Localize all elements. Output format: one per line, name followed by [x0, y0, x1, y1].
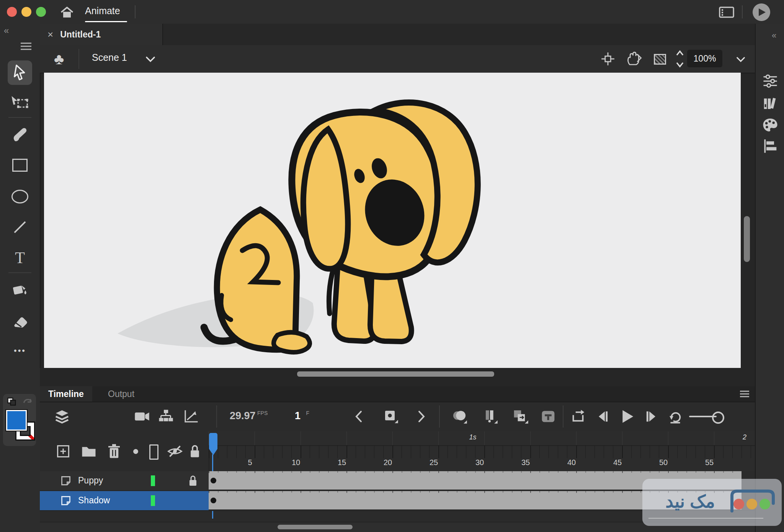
- center-stage-button[interactable]: [599, 51, 616, 67]
- main-area: × Untitled-1 ♣ Scene 1: [40, 24, 755, 532]
- step-forward-button[interactable]: [642, 408, 660, 425]
- scene-chevron-down-icon[interactable]: [144, 54, 157, 65]
- rectangle-tool[interactable]: [8, 153, 32, 177]
- onion-skin-outlines-button[interactable]: [481, 408, 499, 425]
- reset-colors-icon[interactable]: [21, 396, 33, 407]
- timeline-controls: 29.97 FPS 1 F: [40, 402, 755, 432]
- more-tools-button[interactable]: •••: [8, 344, 32, 357]
- timeline-zoom-slider-knob[interactable]: [712, 412, 724, 424]
- tab-animate[interactable]: Animate: [85, 5, 120, 16]
- ellipse-tool[interactable]: [8, 184, 32, 209]
- align-icon: [763, 138, 778, 154]
- outline-layers-toggle[interactable]: [149, 444, 158, 460]
- timeline-horizontal-scrollbar[interactable]: [278, 525, 353, 529]
- fps-display[interactable]: 29.97 FPS: [230, 410, 268, 422]
- collapse-tools-icon[interactable]: «: [4, 25, 8, 36]
- ruler-number: 55: [705, 458, 714, 467]
- layer-view-button[interactable]: [54, 408, 70, 425]
- properties-panel-button[interactable]: [762, 73, 779, 89]
- next-keyframe-button[interactable]: [413, 409, 430, 424]
- repeat-icon: [668, 409, 683, 424]
- text-tool[interactable]: T: [8, 246, 32, 270]
- home-icon: [59, 5, 75, 19]
- paint-bucket-tool[interactable]: [8, 278, 32, 302]
- test-movie-button[interactable]: [753, 3, 770, 21]
- tab-timeline[interactable]: Timeline: [40, 386, 92, 402]
- stage-vertical-scrollbar[interactable]: [744, 216, 750, 262]
- titlebar: Animate: [0, 0, 784, 24]
- zoom-level-input[interactable]: 100%: [687, 50, 722, 67]
- macos-zoom-button[interactable]: [36, 7, 46, 17]
- tab-output[interactable]: Output: [100, 386, 143, 402]
- swap-colors-icon[interactable]: [6, 396, 18, 407]
- controls-divider-1: [216, 405, 217, 428]
- play-button[interactable]: [618, 408, 637, 425]
- fill-color-swatch[interactable]: [6, 410, 27, 431]
- layer-row-left[interactable]: Puppy: [40, 471, 209, 491]
- trash-icon: [107, 444, 121, 459]
- delete-layer-button[interactable]: [106, 443, 122, 460]
- center-stage-icon: [601, 52, 615, 66]
- free-transform-tool[interactable]: [8, 90, 32, 115]
- brush-tool[interactable]: [8, 122, 32, 147]
- graph-editor-button[interactable]: [182, 408, 200, 425]
- new-layer-button[interactable]: [55, 444, 71, 459]
- timeline-menu-icon[interactable]: [738, 389, 751, 399]
- panel-layout-button[interactable]: [717, 5, 737, 19]
- seconds-label-2: 2: [743, 433, 746, 441]
- eraser-tool[interactable]: [8, 308, 32, 333]
- align-panel-button[interactable]: [762, 138, 779, 155]
- color-panel-button[interactable]: [762, 116, 779, 133]
- loop-playback-button[interactable]: [666, 408, 684, 425]
- symbol-edit-icon[interactable]: ♣: [51, 50, 67, 67]
- highlight-layers-toggle[interactable]: [133, 449, 138, 454]
- onion-skin-button[interactable]: [450, 408, 469, 425]
- ruler-number: 20: [384, 458, 392, 467]
- frame-view-icon: [541, 410, 555, 423]
- tab-animate-underline: [85, 21, 127, 22]
- fps-value: 29.97: [230, 410, 256, 421]
- add-camera-button[interactable]: [133, 409, 151, 424]
- show-hide-layers-toggle[interactable]: [166, 444, 184, 459]
- edit-multiple-frames-button[interactable]: [511, 408, 530, 425]
- clip-content-button[interactable]: [652, 52, 668, 67]
- rotate-stage-button[interactable]: [625, 50, 643, 67]
- keyframe-dot[interactable]: [211, 498, 216, 503]
- zoom-stepper[interactable]: [675, 49, 684, 69]
- stage-canvas[interactable]: [44, 73, 741, 368]
- tools-menu-icon[interactable]: [19, 41, 33, 52]
- stage-horizontal-scrollbar[interactable]: [297, 371, 495, 377]
- loop-range-button[interactable]: [569, 408, 587, 425]
- macos-close-button[interactable]: [7, 7, 17, 17]
- zoom-chevron-down-icon[interactable]: [734, 54, 747, 65]
- insert-keyframe-button[interactable]: [382, 408, 400, 425]
- selection-tool[interactable]: [8, 60, 32, 85]
- document-title: Untitled-1: [60, 29, 101, 40]
- library-panel-button[interactable]: [762, 95, 779, 112]
- frame-ruler[interactable]: 1s 2 5 10 15 20 25 30 35 40 45 50 55: [209, 431, 755, 471]
- previous-keyframe-button[interactable]: [351, 409, 367, 424]
- stage-artwork-puppy: [44, 73, 741, 368]
- graph-icon: [183, 409, 199, 424]
- line-tool[interactable]: [8, 215, 32, 239]
- scene-name[interactable]: Scene 1: [92, 52, 127, 63]
- frame-view-button[interactable]: [540, 409, 557, 424]
- fps-unit: FPS: [257, 410, 268, 416]
- current-frame-display[interactable]: 1 F: [295, 410, 309, 422]
- lock-layers-toggle[interactable]: [187, 444, 203, 459]
- close-document-icon[interactable]: ×: [47, 29, 53, 41]
- macos-minimize-button[interactable]: [21, 7, 31, 17]
- new-folder-button[interactable]: [80, 444, 97, 459]
- collapse-panels-icon[interactable]: «: [772, 31, 776, 41]
- keyframe-dot[interactable]: [211, 478, 216, 483]
- layer-lock-icon[interactable]: [186, 474, 200, 487]
- document-tab[interactable]: × Untitled-1: [40, 24, 163, 45]
- layer-parenting-button[interactable]: [157, 408, 175, 425]
- animate-app-window: Animate «: [0, 0, 784, 532]
- add-layer-icon: [56, 444, 70, 458]
- home-button[interactable]: [58, 5, 76, 20]
- layer-row-left-selected[interactable]: Shadow: [40, 491, 209, 511]
- ellipse-icon: [11, 190, 28, 203]
- step-back-button[interactable]: [594, 408, 612, 425]
- tick-band: [209, 445, 755, 458]
